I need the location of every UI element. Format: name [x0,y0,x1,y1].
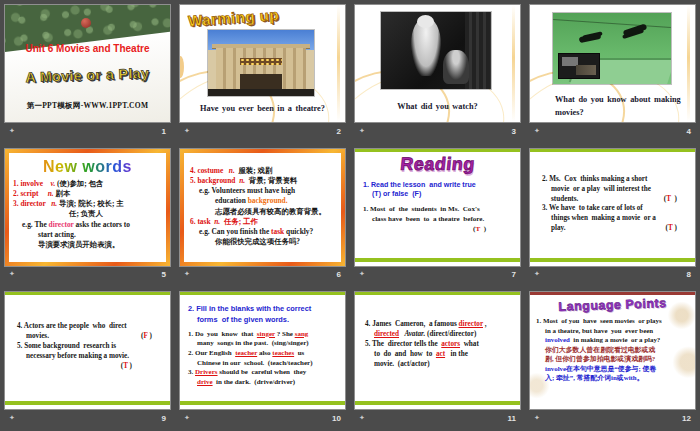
slide-number: 3 [512,127,516,136]
text-line: 剧, 但你们曾参加拍电影或演戏剧吗? [536,354,692,364]
slide-thumbnail-10[interactable]: 2. Fill in the blanks with the correctfo… [179,291,346,410]
slide-cell-8: 2. Ms. Cox thinks making a shortmovie or… [525,144,700,288]
slide-thumbnail-9[interactable]: 4. Actors are the people who directmovie… [4,291,171,410]
text-segment: 2. Our English [188,349,235,357]
text-segment: sang [295,330,309,338]
animation-star-icon[interactable]: ✦ [534,271,540,278]
slide-number: 8 [687,270,691,279]
animation-star-icon[interactable]: ✦ [9,415,15,422]
text-segment: n. [223,166,238,175]
slide-thumbnail-5[interactable]: New words 1. involve v. (使)参加; 包含2. scri… [4,148,171,267]
slide-number: 6 [337,270,341,279]
text-line: many songs in the past. (sing/singer) [188,339,341,349]
new-words-wordart: New words [9,158,166,176]
text-line: (T) or false (F) [363,190,516,200]
text-segment: 5. background [190,176,235,185]
text-segment: class have been to a theatre before. [372,215,484,223]
slide-number: 4 [687,127,691,136]
slide-thumbnail-11[interactable]: 4. James Cameron, a famous director ,dir… [354,291,521,410]
text-line: 你们大多数人曾在剧院看过电影或戏 [536,345,692,355]
text-segment: start acting. [38,230,76,239]
animation-star-icon[interactable]: ✦ [359,415,365,422]
animation-star-icon[interactable]: ✦ [184,128,190,135]
text-line: in a theatre, but have you ever been [536,326,692,336]
text-segment: in the [445,350,468,358]
text-segment: 2. Ms. Cox thinks making a short [542,175,647,183]
text-segment: task [271,227,284,236]
slide-thumbnail-1[interactable]: Unit 6 Movies and Theatre A Movie or a P… [4,4,171,123]
animation-star-icon[interactable]: ✦ [184,415,190,422]
text-segment: 导演; 院长; 校长; 主 [59,199,124,208]
vocabulary-list: 4. costume n. 服装; 戏剧5. background n. 背景;… [190,166,339,248]
slide-number: 12 [682,414,691,423]
text-segment: director [49,220,74,229]
text-line: 1. Most of the students in Ms. Cox's [363,205,516,215]
text-segment: act [436,350,445,358]
animation-star-icon[interactable]: ✦ [184,271,190,278]
text-segment: students. [551,195,578,205]
text-line: 6. task n. 任务; 工作 [190,217,339,227]
text-segment: 服装; 戏剧 [238,166,272,175]
text-segment: ) [673,224,677,234]
slide-footer-5: ✦ 5 [4,267,171,283]
animation-star-icon[interactable]: ✦ [359,128,365,135]
slide-cell-11: 4. James Cameron, a famous director ,dir… [350,287,525,431]
flame-border: 4. costume n. 服装; 戏剧5. background n. 背景;… [180,149,345,266]
flame-border: New words 1. involve v. (使)参加; 包含2. scri… [5,149,170,266]
animation-star-icon[interactable]: ✦ [534,128,540,135]
text-segment: 6. task [190,217,211,226]
text-line: involved in making a movie or a play? [536,335,692,345]
slide-thumbnail-8[interactable]: 2. Ms. Cox thinks making a shortmovie or… [529,148,696,267]
text-line: play.(T ) [542,224,691,234]
text-segment: Chinese in our school. (teach/teacher) [197,359,313,367]
text-line: 1. Do you know that singer ? She sang [188,330,341,340]
slide-number: 5 [162,270,166,279]
animation-star-icon[interactable]: ✦ [534,415,540,422]
slide-thumbnail-3[interactable]: What did you watch? [354,4,521,123]
text-segment: 2. script [13,189,38,198]
slide-thumbnail-4[interactable]: What do you know about making movies? [529,4,696,123]
animation-star-icon[interactable]: ✦ [9,271,15,278]
text-line: 5. The director tells the actors what [365,340,516,350]
true-false-items: 2. Ms. Cox thinks making a shortmovie or… [542,175,691,235]
text-segment: n. [46,199,59,208]
text-segment: 4. Actors are the people who direct [17,322,127,330]
text-line: (T ) [17,362,166,372]
slide-thumbnail-7[interactable]: Reading 1. Read the lesson and write tru… [354,148,521,267]
slide-thumbnail-6[interactable]: 4. costume n. 服装; 戏剧5. background n. 背景;… [179,148,346,267]
green-bar-top [355,149,520,152]
slide-thumbnail-12[interactable]: Language Points 1. Most of you have seen… [529,291,696,410]
text-segment: involved [545,336,570,343]
text-line: e.g. The director asks the actors to [13,220,164,230]
text-line: 4. Actors are the people who direct [17,322,166,332]
text-line: 5. Some background research is [17,342,166,352]
animation-star-icon[interactable]: ✦ [9,128,15,135]
text-segment: also [257,349,272,357]
text-segment: 剧本 [56,189,71,198]
green-bar-bottom [355,258,520,262]
text-segment: 你们大多数人曾在剧院看过电影或戏 [545,346,655,353]
text-segment: in the dark. (drive/driver) [213,378,296,386]
text-segment: singer [257,330,275,338]
slide-thumbnail-2[interactable]: Warming up Have you ever been in a theat… [179,4,346,123]
text-line: 任; 负责人 [13,209,164,219]
text-segment: 你能很快完成这项任务吗? [215,237,300,246]
slide-footer-11: ✦ 11 [354,410,521,426]
stunt-wire [553,19,671,28]
slide-footer-4: ✦ 4 [529,123,696,139]
slide-footer-8: ✦ 8 [529,267,696,283]
reading-task-text: 1. Read the lesson and write true(T) or … [363,181,516,235]
animation-star-icon[interactable]: ✦ [359,271,365,278]
text-segment: 3. We have to take care of lots of [542,204,643,212]
text-segment: 2. Fill in the blanks with the correct [188,304,311,313]
slide4-caption-line1: What do you know about making [555,95,691,104]
green-bar-bottom [5,401,170,405]
text-segment: background. [248,196,288,205]
text-line: movie or a play will interest the [542,185,691,195]
text-segment: Drivers [195,368,218,376]
text-segment: movies. [26,332,49,342]
text-line: 3. Drivers should be careful when they [188,368,341,378]
text-line: students.(T ) [542,195,691,205]
text-segment: (direct/director) [425,330,476,338]
text-segment: 3. director [13,199,46,208]
